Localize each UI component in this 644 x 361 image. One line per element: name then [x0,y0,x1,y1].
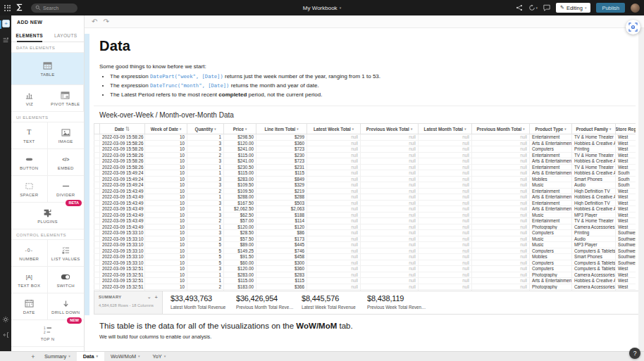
comments-icon[interactable] [543,4,550,11]
row-gutter[interactable] [94,218,100,224]
sidebar-item-number[interactable]: -0-NUMBER [11,240,48,267]
sidebar-item-plugins[interactable]: BETAPLUGINS [11,203,84,229]
summary-metric-latest-week-total-revenue[interactable]: $8,445,576Latest Week Total Revenue [302,291,367,314]
summary-metric-previous-week-total-reven[interactable]: $8,438,119Previous Week Total Reven… [367,291,433,314]
row-gutter[interactable] [94,164,100,170]
user-avatar[interactable] [631,4,640,13]
column-header-week-of-date[interactable]: Week of Date▾ [145,124,187,134]
row-gutter[interactable] [94,230,100,236]
summary-metric-previous-month-total-reve[interactable]: $36,426,954Previous Month Total Reve… [236,291,302,314]
row-gutter[interactable] [94,134,100,141]
sidebar-item-spacer[interactable]: SPACER [11,176,48,203]
row-gutter[interactable] [94,158,100,165]
column-header-product-type[interactable]: Product Type▾ [530,124,572,134]
column-header-previous-month-total[interactable]: Previous Month Total▾ [472,124,530,134]
search-input[interactable]: Search [31,4,78,13]
undo-icon[interactable]: ↶ [92,18,97,25]
add-summary-icon[interactable]: + [155,295,158,300]
tab-data[interactable]: Data▾ [77,352,104,361]
intro-text-element[interactable]: Some good things to know before we start… [99,63,636,99]
chevron-down-icon[interactable]: ▾ [164,355,166,358]
sidebar-item-viz[interactable]: VIZ [11,85,48,112]
row-gutter[interactable] [94,242,100,248]
editing-mode-button[interactable]: ✎ Editing ▾ [556,3,590,13]
row-gutter[interactable] [94,146,100,153]
gear-icon[interactable] [2,313,9,326]
row-gutter[interactable] [94,212,100,218]
add-page-button[interactable]: + [28,353,38,360]
row-gutter[interactable] [94,152,100,158]
row-gutter[interactable] [94,272,100,278]
sidebar-item-table[interactable]: TABLE [11,53,84,85]
sidebar-item-date[interactable]: DATE [11,293,48,320]
sidebar-item-button[interactable]: BUTTON [11,149,48,176]
sidebar-item-switch[interactable]: SWITCH [48,267,85,293]
column-header-line-item-total[interactable]: Line Item Total▾ [256,124,307,134]
app-launcher-icon[interactable] [4,5,11,11]
column-menu-icon[interactable]: ▾ [214,127,216,131]
column-header-date[interactable]: Date [100,124,145,134]
collapse-panel-icon[interactable] [2,329,9,341]
column-menu-icon[interactable]: ▾ [245,127,247,131]
column-menu-icon[interactable]: ▾ [523,127,524,131]
column-header-latest-week-total[interactable]: Latest Week Total▾ [307,124,361,134]
share-icon[interactable] [516,4,523,11]
row-gutter[interactable] [94,266,100,272]
workbook-title-menu[interactable]: My Workbook ▾ [303,5,341,11]
column-menu-icon[interactable]: ▾ [564,127,566,131]
sidebar-item-pivot-table[interactable]: PIVOT TABLE [48,85,85,112]
sigma-logo-icon[interactable] [16,1,23,14]
tab-wow-mom[interactable]: WoW/MoM▾ [104,352,146,361]
sidebar-item-top-n[interactable]: NEW12TOP N [11,320,84,347]
column-header-quantity[interactable]: Quantity▾ [187,124,224,134]
row-gutter[interactable] [94,200,100,206]
focus-element-button[interactable] [626,20,640,34]
row-gutter[interactable] [94,260,100,266]
sidebar-item-embed[interactable]: </>EMBED [48,149,85,176]
sidebar-item-divider[interactable]: DIVIDER [48,176,85,203]
page-list-icon[interactable] [2,34,9,46]
help-button[interactable]: ? [629,348,640,359]
column-menu-icon[interactable]: ▾ [297,127,298,131]
panel-tab-layouts[interactable]: LAYOUTS [48,29,85,42]
add-element-button[interactable]: + [2,20,10,27]
row-gutter[interactable] [94,170,100,177]
column-menu-icon[interactable]: ▾ [352,127,354,131]
row-gutter[interactable] [94,224,100,230]
row-gutter[interactable] [94,140,100,146]
sidebar-item-text[interactable]: TTEXT [11,122,48,149]
column-menu-icon[interactable]: ▾ [411,127,412,131]
column-menu-icon[interactable]: ▾ [609,127,611,131]
chevron-down-icon[interactable]: ▾ [97,355,99,358]
publish-button[interactable]: Publish [596,3,625,13]
redo-icon[interactable]: ↷ [103,18,109,25]
row-gutter[interactable] [94,254,100,260]
sidebar-item-image[interactable]: IMAGE [48,122,85,149]
column-header-previous-week-total[interactable]: Previous Week Total▾ [361,124,419,134]
column-header-price[interactable]: Price▾ [224,124,256,134]
row-gutter[interactable] [94,176,100,182]
tab-summary[interactable]: Summary▾ [38,352,77,361]
panel-tab-elements[interactable]: ELEMENTS [11,29,48,42]
sidebar-item-drill-down[interactable]: DRILL DOWN [48,293,85,320]
column-header-store-region[interactable]: Store Region▾ [616,124,636,134]
version-history-icon[interactable]: ▾ [528,4,538,11]
footer-text-element[interactable]: This table is the data for all of the vi… [99,322,636,330]
column-header-latest-month-total[interactable]: Latest Month Total▾ [419,124,472,134]
sidebar-item-list-values[interactable]: LIST VALUES [48,240,85,267]
row-gutter[interactable] [94,284,100,290]
tab-yoy[interactable]: YoY▾ [147,352,173,361]
row-gutter[interactable] [94,194,100,201]
row-gutter[interactable] [94,236,100,242]
column-header-product-family[interactable]: Product Family▾ [572,124,616,134]
row-gutter[interactable] [94,188,100,194]
chevron-down-icon[interactable]: ▾ [68,355,70,358]
row-gutter[interactable] [94,206,100,213]
sidebar-item-text-box[interactable]: [A]TEXT BOX [11,267,48,293]
chevron-down-icon[interactable]: ⌄ [147,294,151,300]
sort-icon[interactable] [125,126,130,132]
row-gutter[interactable] [94,278,100,284]
column-menu-icon[interactable]: ▾ [464,127,466,131]
chevron-down-icon[interactable]: ▾ [138,355,140,358]
row-gutter[interactable] [94,248,100,254]
